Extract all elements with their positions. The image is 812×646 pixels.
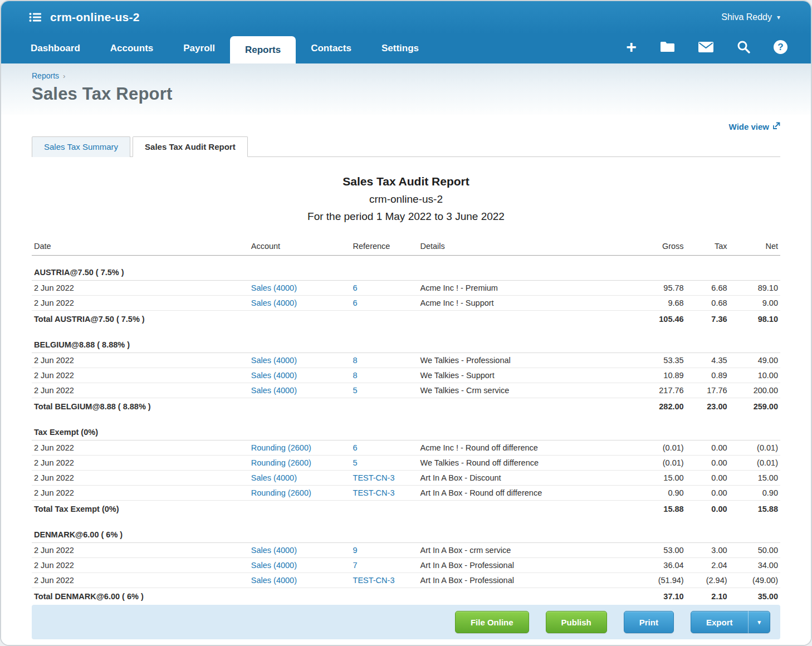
publish-button[interactable]: Publish: [546, 611, 607, 633]
reference-link[interactable]: TEST-CN-3: [353, 473, 395, 482]
help-icon[interactable]: ?: [774, 40, 787, 54]
tab-sales-tax-audit-report[interactable]: Sales Tax Audit Report: [133, 136, 248, 157]
group-total-row: Total AUSTRIA@7.50 ( 7.5% )105.467.3698.…: [32, 311, 780, 328]
cell-tax: 3.00: [686, 543, 730, 558]
cell-net: 49.00: [730, 353, 780, 368]
breadcrumb: Reports ›: [32, 71, 780, 80]
app-title: crm-online-us-2: [50, 11, 140, 24]
nav-reports[interactable]: Reports: [230, 36, 296, 63]
cell-reference: TEST-CN-3: [351, 471, 418, 486]
cell-tax: 0.00: [686, 471, 730, 486]
account-link[interactable]: Rounding (2600): [251, 458, 311, 467]
total-net: 98.10: [730, 311, 780, 328]
account-link[interactable]: Rounding (2600): [251, 443, 311, 452]
reference-link[interactable]: 6: [353, 298, 358, 307]
table-row: 2 Jun 2022Sales (4000)TEST-CN-3Art In A …: [32, 471, 780, 486]
tab-sales-tax-summary[interactable]: Sales Tax Summary: [32, 136, 130, 157]
nav-payroll[interactable]: Payroll: [168, 33, 230, 63]
cell-reference: 5: [351, 383, 418, 398]
cell-tax: 2.04: [686, 558, 730, 573]
total-gross: 105.46: [632, 311, 686, 328]
export-button[interactable]: Export ▾: [691, 611, 770, 633]
table-row: 2 Jun 2022Sales (4000)8We Talkies - Prof…: [32, 353, 780, 368]
app-window: crm-online-us-2 Shiva Reddy ▾ Dashboard …: [0, 0, 812, 646]
cell-details: We Talkies - Support: [418, 368, 632, 383]
cell-reference: 9: [351, 543, 418, 558]
group-total-row: Total DENMARK@6.00 ( 6% )37.102.1035.00: [32, 588, 780, 605]
cell-details: Art In A Box - Round off difference: [418, 486, 632, 501]
reference-link[interactable]: 7: [353, 561, 358, 570]
cell-date: 2 Jun 2022: [32, 368, 249, 383]
col-header-gross: Gross: [632, 237, 686, 256]
reference-link[interactable]: 6: [353, 283, 358, 292]
folder-icon[interactable]: [660, 41, 675, 52]
total-label: Total Tax Exempt (0%): [32, 501, 632, 518]
cell-account: Sales (4000): [249, 353, 351, 368]
account-link[interactable]: Sales (4000): [251, 576, 297, 585]
reference-link[interactable]: 5: [353, 386, 358, 395]
wide-view-icon: [772, 122, 780, 131]
account-link[interactable]: Sales (4000): [251, 546, 297, 555]
total-label: Total DENMARK@6.00 ( 6% ): [32, 588, 632, 605]
account-link[interactable]: Sales (4000): [251, 473, 297, 482]
account-link[interactable]: Sales (4000): [251, 386, 297, 395]
nav-icons: + ?: [626, 33, 787, 63]
mail-icon[interactable]: [698, 42, 713, 52]
file-online-button[interactable]: File Online: [455, 611, 529, 633]
cell-date: 2 Jun 2022: [32, 353, 249, 368]
cell-gross: 9.68: [632, 296, 686, 311]
main-content: Wide view Sales Tax Summary Sales Tax Au…: [1, 115, 811, 645]
app-menu-icon[interactable]: [29, 12, 41, 22]
table-row: 2 Jun 2022Sales (4000)9Art In A Box - cr…: [32, 543, 780, 558]
breadcrumb-reports-link[interactable]: Reports: [32, 71, 59, 80]
add-icon[interactable]: +: [626, 38, 637, 55]
cell-date: 2 Jun 2022: [32, 281, 249, 296]
cell-account: Sales (4000): [249, 558, 351, 573]
cell-details: Art In A Box - Professional: [418, 573, 632, 588]
account-link[interactable]: Sales (4000): [251, 356, 297, 365]
cell-account: Sales (4000): [249, 296, 351, 311]
nav-contacts[interactable]: Contacts: [296, 33, 366, 63]
page-header: Reports › Sales Tax Report: [1, 63, 811, 115]
cell-details: We Talkies - Round off difference: [418, 456, 632, 471]
nav-settings[interactable]: Settings: [366, 33, 434, 63]
reference-link[interactable]: TEST-CN-3: [353, 576, 395, 585]
cell-gross: 15.00: [632, 471, 686, 486]
table-row: 2 Jun 2022Sales (4000)TEST-CN-3Art In A …: [32, 573, 780, 588]
search-icon[interactable]: [737, 40, 750, 53]
account-link[interactable]: Rounding (2600): [251, 488, 311, 497]
total-tax: 7.36: [686, 311, 730, 328]
cell-net: 89.10: [730, 281, 780, 296]
nav-dashboard[interactable]: Dashboard: [16, 33, 95, 63]
account-link[interactable]: Sales (4000): [251, 283, 297, 292]
main-nav: Dashboard Accounts Payroll Reports Conta…: [1, 33, 811, 63]
reference-link[interactable]: 9: [353, 546, 358, 555]
reference-link[interactable]: 6: [353, 443, 358, 452]
wide-view-link[interactable]: Wide view: [729, 121, 780, 133]
total-gross: 15.88: [632, 501, 686, 518]
group-name: AUSTRIA@7.50 ( 7.5% ): [32, 265, 780, 281]
reference-link[interactable]: 8: [353, 371, 358, 380]
cell-net: 9.00: [730, 296, 780, 311]
account-link[interactable]: Sales (4000): [251, 561, 297, 570]
cell-tax: 0.00: [686, 441, 730, 456]
topbar: crm-online-us-2 Shiva Reddy ▾: [1, 1, 811, 33]
table-row: 2 Jun 2022Sales (4000)7Art In A Box - Pr…: [32, 558, 780, 573]
print-button[interactable]: Print: [624, 611, 674, 633]
group-header-row: AUSTRIA@7.50 ( 7.5% ): [32, 265, 780, 281]
cell-gross: 10.89: [632, 368, 686, 383]
reference-link[interactable]: 5: [353, 458, 358, 467]
cell-gross: 36.04: [632, 558, 686, 573]
account-link[interactable]: Sales (4000): [251, 298, 297, 307]
cell-account: Rounding (2600): [249, 486, 351, 501]
nav-accounts[interactable]: Accounts: [95, 33, 168, 63]
cell-details: Acme Inc ! - Round off difference: [418, 441, 632, 456]
cell-details: Acme Inc ! - Premium: [418, 281, 632, 296]
col-header-tax: Tax: [686, 237, 730, 256]
report-period: For the period 1 May 2022 to 3 June 2022: [32, 211, 780, 223]
cell-date: 2 Jun 2022: [32, 296, 249, 311]
reference-link[interactable]: 8: [353, 356, 358, 365]
user-menu[interactable]: Shiva Reddy ▾: [721, 12, 780, 22]
account-link[interactable]: Sales (4000): [251, 371, 297, 380]
reference-link[interactable]: TEST-CN-3: [353, 488, 395, 497]
